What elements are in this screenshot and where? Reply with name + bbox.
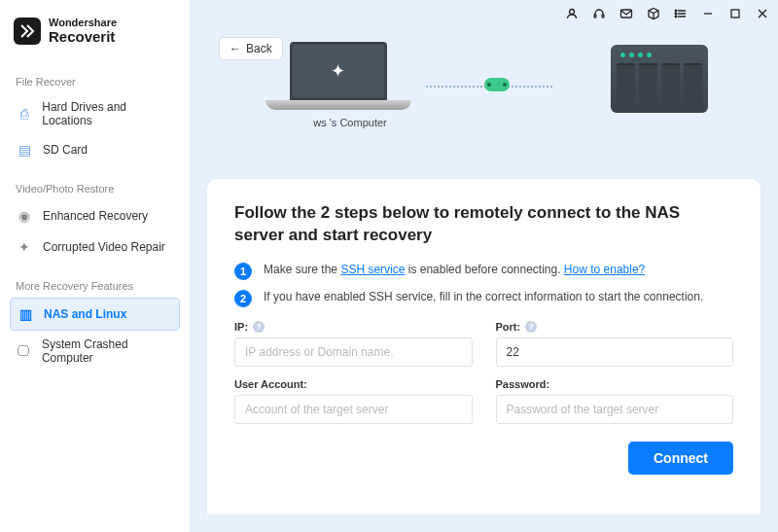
sidebar-item-label: NAS and Linux bbox=[44, 307, 126, 321]
svg-point-6 bbox=[675, 13, 676, 14]
svg-point-1 bbox=[570, 10, 575, 15]
user-label: User Account: bbox=[234, 378, 473, 390]
sidebar-item-corrupted[interactable]: ✦ Corrupted Video Repair bbox=[10, 231, 180, 263]
server-icon: ▥ bbox=[17, 305, 34, 323]
section-title-video-restore: Video/Photo Restore bbox=[10, 175, 190, 200]
section-more-features: More Recovery Features ▥ NAS and Linux 🖵… bbox=[10, 272, 190, 372]
disk-icon: ⎙ bbox=[16, 105, 32, 123]
section-title-more-features: More Recovery Features bbox=[10, 272, 190, 298]
sidebar-item-label: SD Card bbox=[43, 143, 88, 157]
sidebar-item-label: Corrupted Video Repair bbox=[43, 240, 165, 254]
connect-button[interactable]: Connect bbox=[628, 442, 733, 475]
brand: Wondershare Recoverit bbox=[10, 12, 190, 58]
password-input[interactable] bbox=[496, 395, 734, 424]
sidebar-item-nas[interactable]: ▥ NAS and Linux bbox=[10, 298, 180, 331]
ip-field-wrap: IP: ? bbox=[234, 321, 473, 367]
password-label: Password: bbox=[496, 378, 734, 390]
laptop-logo-icon: ✦ bbox=[331, 60, 345, 82]
headset-icon[interactable] bbox=[591, 6, 607, 21]
svg-point-7 bbox=[675, 16, 676, 17]
port-help-icon[interactable]: ? bbox=[525, 321, 537, 333]
sidebar-item-sd[interactable]: ▤ SD Card bbox=[10, 134, 180, 165]
ip-label: IP: ? bbox=[234, 321, 473, 333]
svg-rect-2 bbox=[594, 15, 596, 18]
sidebar-item-label: Hard Drives and Locations bbox=[42, 100, 174, 127]
port-field-wrap: Port: ? bbox=[496, 321, 734, 367]
ip-help-icon[interactable]: ? bbox=[253, 321, 265, 333]
section-video-restore: Video/Photo Restore ◉ Enhanced Recovery … bbox=[10, 175, 190, 263]
sidebar-item-crashed[interactable]: 🖵 System Crashed Computer bbox=[10, 331, 180, 372]
panel-heading: Follow the 2 steps below to remotely con… bbox=[234, 202, 733, 247]
wrench-icon: ✦ bbox=[16, 238, 33, 256]
camera-icon: ◉ bbox=[16, 207, 33, 225]
sidebar-item-label: System Crashed Computer bbox=[42, 337, 174, 365]
port-label: Port: ? bbox=[496, 321, 734, 333]
sidebar-item-label: Enhanced Recovery bbox=[43, 209, 148, 223]
list-icon[interactable] bbox=[673, 6, 689, 21]
step-2-text: If you have enabled SSH service, fill in… bbox=[264, 290, 703, 303]
svg-point-5 bbox=[675, 10, 676, 11]
svg-rect-8 bbox=[731, 10, 739, 18]
sidebar-item-enhanced[interactable]: ◉ Enhanced Recovery bbox=[10, 200, 180, 231]
step-1: 1 Make sure the SSH service is enabled b… bbox=[234, 263, 733, 280]
package-icon[interactable] bbox=[646, 6, 661, 21]
step-1-text: Make sure the SSH service is enabled bef… bbox=[264, 263, 645, 276]
connection-form: IP: ? Port: ? User Account: Password: bbox=[234, 321, 733, 424]
sidebar-item-hdd[interactable]: ⎙ Hard Drives and Locations bbox=[10, 93, 180, 134]
connection-illustration: ✦ ws 's Computer bbox=[261, 49, 708, 165]
user-field-wrap: User Account: bbox=[234, 378, 473, 424]
brand-bottom: Recoverit bbox=[49, 29, 117, 45]
section-title-file-recover: File Recover bbox=[10, 68, 190, 93]
step-badge-2: 2 bbox=[234, 290, 252, 307]
ip-input[interactable] bbox=[234, 337, 473, 367]
laptop-graphic: ✦ ws 's Computer bbox=[290, 42, 411, 128]
sidebar: Wondershare Recoverit File Recover ⎙ Har… bbox=[0, 0, 190, 532]
step-badge-1: 1 bbox=[234, 263, 252, 280]
computer-label: ws 's Computer bbox=[290, 117, 411, 128]
step-2: 2 If you have enabled SSH service, fill … bbox=[234, 290, 733, 307]
ssh-service-link[interactable]: SSH service bbox=[340, 263, 405, 276]
nas-graphic bbox=[611, 45, 708, 113]
titlebar bbox=[564, 6, 770, 21]
close-icon[interactable] bbox=[755, 6, 770, 21]
connection-status-icon bbox=[484, 78, 510, 91]
minimize-icon[interactable] bbox=[700, 6, 716, 21]
user-icon[interactable] bbox=[564, 6, 580, 21]
arrow-left-icon: ← bbox=[230, 42, 241, 55]
mail-icon[interactable] bbox=[619, 6, 634, 21]
sd-icon: ▤ bbox=[16, 141, 33, 159]
connection-panel: Follow the 2 steps below to remotely con… bbox=[207, 179, 760, 514]
section-file-recover: File Recover ⎙ Hard Drives and Locations… bbox=[10, 68, 190, 165]
app-logo-icon bbox=[14, 18, 41, 45]
main-pane: ← Back ✦ ws 's Computer Follow the 2 ste… bbox=[190, 0, 778, 532]
how-to-enable-link[interactable]: How to enable? bbox=[564, 263, 645, 276]
svg-rect-3 bbox=[602, 15, 604, 18]
monitor-icon: 🖵 bbox=[16, 342, 32, 360]
password-field-wrap: Password: bbox=[496, 378, 734, 424]
user-input[interactable] bbox=[234, 395, 473, 424]
port-input[interactable] bbox=[496, 337, 734, 367]
maximize-icon[interactable] bbox=[727, 6, 743, 21]
